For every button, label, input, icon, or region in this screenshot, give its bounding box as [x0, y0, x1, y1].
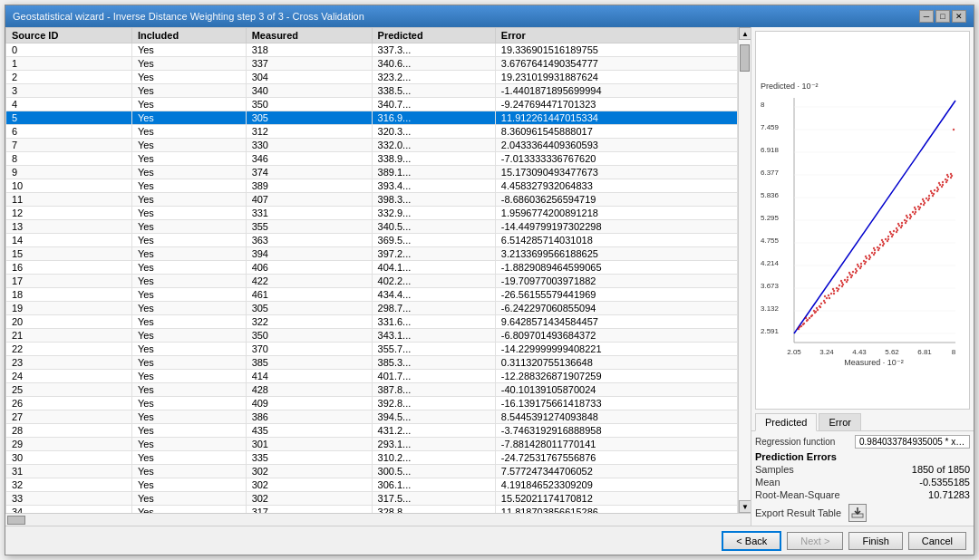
- table-row[interactable]: 27Yes386394.5...8.5445391274093848: [6, 410, 738, 424]
- table-header-row: Source ID Included Measured Predicted Er…: [6, 28, 738, 43]
- table-row[interactable]: 23Yes385385.3...0.311320755136648: [6, 356, 738, 370]
- data-table-container[interactable]: Source ID Included Measured Predicted Er…: [5, 27, 738, 513]
- minimize-button[interactable]: ─: [919, 10, 934, 23]
- cancel-button[interactable]: Cancel: [908, 532, 966, 550]
- svg-point-110: [953, 129, 955, 130]
- scroll-up-button[interactable]: ▲: [739, 27, 751, 40]
- table-row[interactable]: 28Yes435431.2...-3.7463192916888958: [6, 424, 738, 438]
- finish-button[interactable]: Finish: [848, 532, 902, 550]
- svg-text:2.591: 2.591: [761, 327, 780, 335]
- svg-rect-173: [853, 515, 862, 517]
- table-row[interactable]: 9Yes374389.1...15.173090493477673: [6, 166, 738, 179]
- svg-point-146: [837, 290, 838, 292]
- scroll-thumb[interactable]: [740, 44, 750, 72]
- table-row[interactable]: 8Yes346338.9...-7.013333336767620: [6, 152, 738, 166]
- svg-text:4.755: 4.755: [761, 237, 780, 245]
- svg-point-89: [906, 215, 907, 217]
- scatter-chart: Predicted · 10⁻² 8 7.459 6.918 6.377 5.8…: [756, 32, 969, 409]
- svg-text:4.43: 4.43: [852, 348, 867, 356]
- next-button[interactable]: Next >: [787, 532, 843, 550]
- table-row[interactable]: 10Yes389393.4...4.458327932064833: [6, 179, 738, 193]
- svg-text:2.05: 2.05: [787, 348, 801, 356]
- export-button[interactable]: [848, 504, 867, 522]
- table-row[interactable]: 20Yes322331.6...9.6428571434584457: [6, 315, 738, 329]
- svg-text:4.214: 4.214: [761, 259, 780, 267]
- h-scroll-thumb[interactable]: [7, 516, 25, 525]
- table-row[interactable]: 34Yes317328.8...11.818703856615286: [6, 506, 738, 514]
- svg-point-170: [945, 181, 947, 183]
- export-label: Export Result Table: [755, 507, 841, 518]
- table-row[interactable]: 0Yes318337.3...19.336901516189755: [6, 43, 738, 57]
- table-row[interactable]: 33Yes302317.5...15.52021174170812: [6, 492, 738, 506]
- scroll-track[interactable]: [739, 40, 751, 500]
- svg-point-115: [815, 311, 817, 313]
- table-row[interactable]: 5Yes305316.9...11.912261447015334: [6, 111, 738, 125]
- table-row[interactable]: 26Yes409392.8...-16.139175661418733: [6, 397, 738, 410]
- table-row[interactable]: 1Yes337340.6...3.6767641490354777: [6, 57, 738, 71]
- table-row[interactable]: 12Yes331332.9...1.9596774200891218: [6, 207, 738, 220]
- svg-point-117: [824, 302, 826, 304]
- left-panel: Source ID Included Measured Predicted Er…: [5, 27, 751, 526]
- svg-text:3.132: 3.132: [761, 304, 780, 313]
- table-row[interactable]: 32Yes302306.1...4.191846523309209: [6, 478, 738, 492]
- mean-label: Mean: [755, 477, 855, 488]
- table-row[interactable]: 11Yes407398.3...-8.686036256594719: [6, 193, 738, 207]
- table-row[interactable]: 21Yes350343.1...-6.809701493684372: [6, 329, 738, 343]
- col-error: Error: [495, 28, 737, 43]
- data-table: Source ID Included Measured Predicted Er…: [5, 27, 738, 513]
- svg-point-171: [950, 177, 952, 179]
- tab-predicted[interactable]: Predicted: [755, 413, 817, 431]
- close-button[interactable]: ✕: [952, 10, 966, 23]
- samples-value: 1850 of 1850: [912, 464, 970, 475]
- table-row[interactable]: 4Yes350340.7...-9.247694471701323: [6, 98, 738, 111]
- svg-point-80: [893, 230, 895, 232]
- table-row[interactable]: 16Yes406404.1...-1.8829089464599065: [6, 261, 738, 275]
- svg-text:Predicted · 10⁻²: Predicted · 10⁻²: [761, 82, 819, 91]
- svg-point-169: [941, 186, 943, 188]
- table-row[interactable]: 25Yes428387.8...-40.10139105870024: [6, 383, 738, 397]
- table-row[interactable]: 29Yes301293.1...-7.881428011770141: [6, 438, 738, 451]
- svg-point-116: [819, 306, 821, 308]
- svg-point-76: [885, 238, 887, 240]
- table-row[interactable]: 14Yes363369.5...6.514285714031018: [6, 234, 738, 247]
- svg-point-78: [887, 236, 889, 237]
- table-row[interactable]: 17Yes422402.2...-19.70977003971882: [6, 275, 738, 288]
- svg-point-97: [922, 198, 924, 200]
- tab-error[interactable]: Error: [819, 413, 860, 430]
- svg-text:5.836: 5.836: [761, 191, 780, 199]
- svg-point-151: [859, 267, 861, 269]
- svg-point-61: [848, 272, 850, 274]
- table-row[interactable]: 24Yes414401.7...-12.288326871907259: [6, 370, 738, 383]
- table-row[interactable]: 7Yes330332.0...2.0433364409360593: [6, 139, 738, 152]
- table-row[interactable]: 31Yes302300.5...7.577247344706052: [6, 465, 738, 478]
- scroll-down-button[interactable]: ▼: [739, 500, 751, 513]
- table-row[interactable]: 18Yes461434.4...-26.56155579441969: [6, 288, 738, 302]
- svg-point-53: [832, 288, 834, 290]
- svg-point-149: [850, 276, 852, 278]
- maximize-button[interactable]: □: [935, 10, 950, 23]
- table-row[interactable]: 22Yes370355.7...-14.229999999408221: [6, 343, 738, 356]
- table-row[interactable]: 2Yes304323.2...19.231019931887624: [6, 71, 738, 84]
- table-row[interactable]: 19Yes305298.7...-6.242297060855094: [6, 302, 738, 315]
- back-button[interactable]: < Back: [722, 531, 781, 551]
- rms-label: Root-Mean-Square: [755, 489, 855, 500]
- export-row: Export Result Table: [755, 504, 970, 522]
- svg-text:3.673: 3.673: [761, 282, 780, 290]
- table-row[interactable]: 3Yes340338.5...-1.4401871895699994: [6, 84, 738, 98]
- prediction-errors-header: Prediction Errors: [755, 451, 970, 462]
- svg-point-167: [932, 195, 934, 197]
- horizontal-scrollbar[interactable]: [5, 513, 751, 526]
- table-row[interactable]: 6Yes312320.3...8.360961545888017: [6, 125, 738, 139]
- svg-text:6.377: 6.377: [761, 169, 780, 177]
- table-row[interactable]: 15Yes394397.2...3.2133699566188625: [6, 247, 738, 261]
- svg-point-84: [901, 222, 903, 224]
- svg-point-50: [830, 293, 832, 294]
- svg-text:Measured · 10⁻²: Measured · 10⁻²: [844, 358, 904, 367]
- svg-point-101: [930, 190, 932, 192]
- svg-point-58: [847, 276, 848, 278]
- table-row[interactable]: 30Yes335310.2...-24.72531767556876: [6, 451, 738, 465]
- vertical-scrollbar[interactable]: ▲ ▼: [738, 27, 751, 513]
- svg-point-158: [891, 236, 893, 237]
- svg-point-165: [923, 204, 925, 206]
- table-row[interactable]: 13Yes355340.5...-14.449799197302298: [6, 220, 738, 234]
